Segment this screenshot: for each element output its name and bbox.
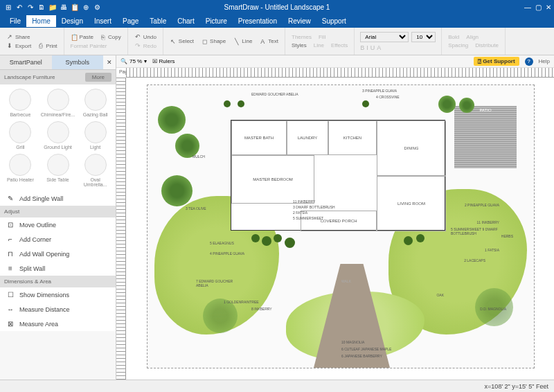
style-line-button: Line	[313, 42, 325, 49]
status-bar: x=108' 2" y=15' 5" Feet	[0, 380, 554, 392]
qat-settings-icon[interactable]: ⚙	[93, 3, 101, 11]
copy-button[interactable]: ⎘Copy	[98, 33, 122, 42]
room-master-bath[interactable]: MASTER BATH	[231, 121, 287, 155]
more-button[interactable]: More	[85, 73, 111, 82]
bush-5[interactable]	[404, 236, 413, 245]
maximize-button[interactable]: ▢	[535, 3, 542, 11]
bush-6[interactable]	[416, 234, 425, 242]
tab-smartpanel[interactable]: SmartPanel	[0, 55, 52, 69]
menu-table[interactable]: Table	[144, 15, 172, 27]
menu-support[interactable]: Support	[316, 15, 352, 27]
label-crossvine: 4 CROSSVINE	[376, 95, 400, 99]
color-icon[interactable]: A	[377, 44, 381, 51]
add-single-wall[interactable]: ✎Add Single Wall	[0, 191, 116, 206]
font-size-select[interactable]: 10	[411, 32, 436, 42]
bold-icon[interactable]: B	[360, 44, 364, 51]
border-bush-2[interactable]	[238, 100, 244, 107]
symbol-chiminea[interactable]: Chiminea/Fire...	[39, 87, 76, 118]
menu-review[interactable]: Review	[283, 15, 316, 27]
panel-close-icon[interactable]: ✕	[103, 55, 116, 69]
qat-grid-icon[interactable]: ⊞	[4, 3, 12, 11]
border-bush-3[interactable]	[362, 100, 369, 107]
bush-3[interactable]	[274, 234, 282, 242]
room-dining[interactable]: DINING	[377, 121, 446, 176]
menu-design[interactable]: Design	[56, 15, 89, 27]
opening-icon: ⊓	[6, 250, 15, 258]
label-fatsia2: 1 FATSIA	[485, 248, 499, 252]
room-master-bedroom[interactable]: MASTER BEDROOM	[231, 155, 314, 204]
room-living[interactable]: LIVING ROOM	[377, 176, 446, 231]
symbol-patio-heater[interactable]: Patio Heater	[3, 152, 38, 188]
symbol-oval-umbrella[interactable]: Oval Umbrella...	[78, 152, 113, 188]
menu-file[interactable]: File	[4, 15, 26, 27]
bush-2[interactable]	[262, 236, 271, 246]
add-wall-opening[interactable]: ⊓Add Wall Opening	[0, 247, 116, 261]
menu-presentation[interactable]: Presentation	[233, 15, 283, 27]
label-mulch: MULCH	[193, 154, 205, 159]
tree-5[interactable]	[459, 98, 474, 113]
qat-open-icon[interactable]: 📁	[48, 3, 57, 11]
label-magnolia: D.D. MAGNOLIA	[480, 307, 506, 311]
qat-print-icon[interactable]: 🖶	[60, 3, 68, 11]
measure-area[interactable]: ⊠Measure Area	[0, 317, 116, 331]
tab-symbols[interactable]: Symbols	[52, 55, 104, 69]
symbol-gazing-ball[interactable]: Gazing Ball	[78, 87, 113, 118]
label-pineapple3: 4 PINEAPPLE GUAVA	[210, 251, 244, 256]
room-porch[interactable]: COVERED PORCH	[301, 211, 377, 231]
bush-4[interactable]	[285, 238, 295, 248]
qat-redo-icon[interactable]: ↷	[26, 3, 35, 11]
room-laundry[interactable]: LAUNDRY	[287, 121, 328, 155]
get-support-button[interactable]: ⍰ Get Support	[474, 57, 519, 66]
qat-copy-icon[interactable]: 📋	[71, 3, 79, 11]
patio[interactable]: PATIO	[454, 106, 517, 168]
symbol-side-table[interactable]: Side Table	[39, 152, 76, 188]
qat-undo-icon[interactable]: ↶	[15, 3, 24, 11]
show-dimensions[interactable]: ☐Show Dimensions	[0, 287, 116, 302]
menu-picture[interactable]: Picture	[200, 15, 233, 27]
drawing-canvas[interactable]: PATIO MASTER BATH LAUNDRY KITCHEN DINING…	[126, 78, 554, 380]
split-wall[interactable]: ≡Split Wall	[0, 261, 116, 276]
menu-insert[interactable]: Insert	[89, 15, 117, 27]
rulers-toggle[interactable]: ☒ Rulers	[152, 58, 175, 64]
line-icon: ╲	[233, 38, 240, 45]
symbol-ground-light[interactable]: Ground Light	[39, 120, 76, 151]
shape-tool[interactable]: ◻Shape	[200, 37, 226, 46]
font-name-select[interactable]: Arial	[360, 32, 409, 42]
menu-page[interactable]: Page	[117, 15, 144, 27]
print-button[interactable]: ⎙Print	[36, 42, 57, 50]
add-corner[interactable]: ⌐Add Corner	[0, 232, 116, 247]
tree-4[interactable]	[438, 96, 456, 113]
text-tool[interactable]: AText	[258, 37, 279, 46]
help-button[interactable]: ?	[525, 57, 533, 66]
styles-button[interactable]: Styles	[291, 42, 307, 49]
print-icon: ⎙	[37, 42, 44, 49]
symbol-barbecue[interactable]: Barbecue	[3, 87, 38, 118]
bush-1[interactable]	[251, 234, 260, 242]
qat-add-icon[interactable]: ⊕	[82, 3, 90, 11]
export-button[interactable]: ⬇Export	[6, 42, 32, 50]
menu-chart[interactable]: Chart	[172, 15, 199, 27]
close-button[interactable]: ✕	[546, 3, 551, 11]
room-kitchen[interactable]: KITCHEN	[328, 121, 377, 155]
italic-icon[interactable]: I	[366, 44, 368, 51]
tree-3[interactable]	[161, 175, 193, 206]
symbol-light[interactable]: Light	[78, 120, 113, 151]
landscape-drawing[interactable]: PATIO MASTER BATH LAUNDRY KITCHEN DINING…	[147, 84, 535, 368]
measure-distance[interactable]: ↔Measure Distance	[0, 302, 116, 317]
move-outline[interactable]: ⊡Move Outline	[0, 217, 116, 232]
select-tool[interactable]: ↖Select	[169, 37, 195, 46]
tree-1[interactable]	[158, 106, 186, 134]
border-bush-1[interactable]	[224, 100, 231, 107]
line-tool[interactable]: ╲Line	[232, 37, 253, 46]
qat-new-icon[interactable]: 🗎	[37, 3, 46, 11]
paste-button[interactable]: 📋Paste	[70, 33, 94, 42]
house-outline[interactable]: MASTER BATH LAUNDRY KITCHEN DINING MASTE…	[231, 120, 445, 231]
minimize-button[interactable]: —	[524, 3, 531, 11]
move-icon: ⊡	[6, 221, 15, 229]
symbol-grill[interactable]: Grill	[3, 120, 38, 151]
menu-home[interactable]: Home	[26, 15, 56, 27]
share-button[interactable]: ↗Share	[6, 33, 58, 41]
undo-button[interactable]: ↶Undo	[134, 33, 157, 41]
zoom-control[interactable]: 🔍75 %▾	[120, 58, 147, 64]
underline-icon[interactable]: U	[370, 44, 375, 51]
